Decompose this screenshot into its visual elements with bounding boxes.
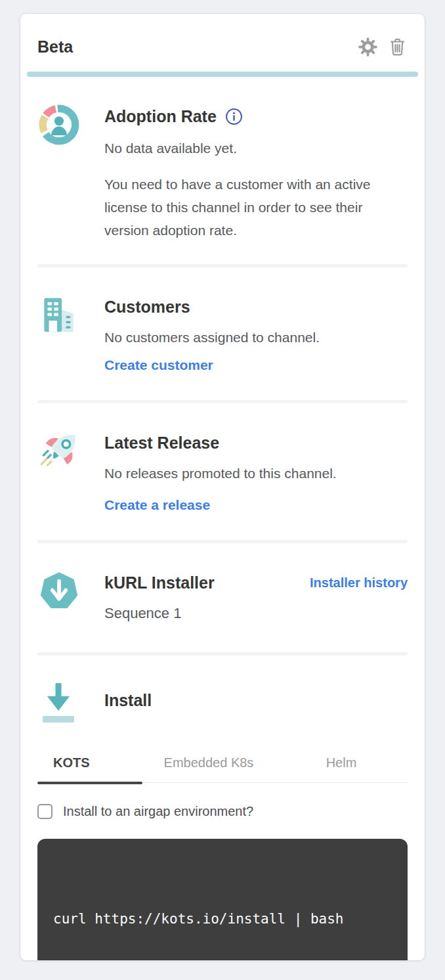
kurl-installer-section: kURL Installer Installer history Sequenc… [20, 569, 425, 625]
kurl-installer-title: kURL Installer [104, 571, 215, 594]
airgap-checkbox-row: Install to an airgap environment? [37, 804, 408, 819]
tab-embedded-k8s[interactable]: Embedded K8s [142, 753, 275, 782]
customers-title: Customers [104, 295, 408, 319]
create-customer-link[interactable]: Create customer [104, 354, 213, 376]
channel-card: Beta [20, 13, 425, 961]
customers-empty-text: No customers assigned to channel. [104, 326, 408, 349]
tab-kots[interactable]: KOTS [37, 753, 142, 782]
header-actions [358, 37, 408, 57]
section-divider [37, 652, 408, 656]
channel-color-bar [27, 72, 418, 77]
install-command-block[interactable]: curl https://kots.io/install | bash kube… [37, 839, 408, 961]
adoption-donut-user-icon [37, 103, 81, 242]
install-command-line-1: curl https://kots.io/install | bash [53, 906, 392, 932]
install-title: Install [104, 688, 408, 712]
adoption-empty-text: No data available yet. [104, 137, 408, 160]
kurl-heptagon-download-icon [37, 569, 81, 625]
install-download-icon [37, 682, 81, 733]
install-section: Install [20, 682, 425, 733]
adoption-rate-title-text: Adoption Rate [104, 104, 217, 128]
info-icon[interactable] [225, 108, 243, 125]
latest-release-title: Latest Release [104, 431, 408, 455]
airgap-checkbox-label[interactable]: Install to an airgap environment? [63, 804, 253, 819]
adoption-rate-section: Adoption Rate No data available yet. You… [20, 103, 425, 242]
adoption-rate-title: Adoption Rate [104, 104, 408, 128]
latest-release-section: Latest Release No releases promoted to t… [20, 430, 425, 516]
create-release-link[interactable]: Create a release [104, 494, 210, 516]
install-tabs: KOTS Embedded K8s Helm [37, 753, 408, 783]
delete-trash-icon[interactable] [387, 37, 408, 57]
customers-section: Customers No customers assigned to chann… [20, 294, 425, 376]
installer-sequence-text: Sequence 1 [104, 602, 408, 625]
settings-gear-icon[interactable] [358, 37, 378, 57]
section-divider [37, 400, 408, 403]
installer-history-link[interactable]: Installer history [310, 573, 408, 592]
tab-helm[interactable]: Helm [275, 753, 408, 782]
card-header: Beta [37, 35, 408, 58]
section-divider [37, 540, 408, 543]
customers-building-icon [37, 294, 81, 376]
airgap-checkbox[interactable] [37, 804, 53, 819]
section-divider [37, 264, 408, 267]
channel-title: Beta [37, 35, 73, 58]
release-rocket-icon [37, 430, 81, 516]
adoption-help-text: You need to have a customer with an acti… [104, 173, 408, 242]
release-empty-text: No releases promoted to this channel. [104, 462, 408, 485]
